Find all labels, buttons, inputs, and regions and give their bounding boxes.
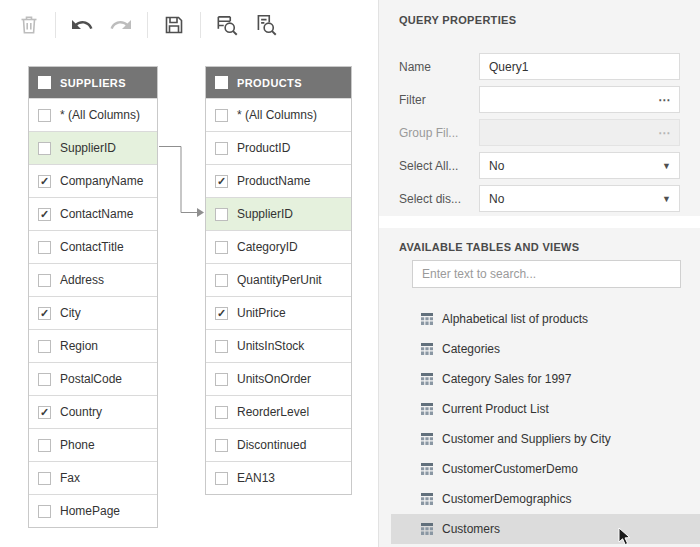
column-row-homepage[interactable]: HomePage xyxy=(29,494,157,527)
table-grid-icon xyxy=(421,463,433,475)
filter-field[interactable]: ⋯ xyxy=(479,86,680,113)
available-tables-title: AVAILABLE TABLES AND VIEWS xyxy=(399,241,680,254)
column-row-discontinued[interactable]: Discontinued xyxy=(206,428,351,461)
column-row-supplierid[interactable]: SupplierID xyxy=(206,197,351,230)
column-checkbox[interactable] xyxy=(38,175,51,188)
column-checkbox[interactable] xyxy=(215,406,228,419)
column-row-phone[interactable]: Phone xyxy=(29,428,157,461)
save-button[interactable] xyxy=(157,8,191,42)
redo-button[interactable] xyxy=(104,8,138,42)
undo-button[interactable] xyxy=(65,8,99,42)
chevron-down-icon[interactable]: ▼ xyxy=(662,194,679,204)
column-checkbox[interactable] xyxy=(215,241,228,254)
table-select-all-checkbox[interactable] xyxy=(38,76,51,89)
column-checkbox[interactable] xyxy=(38,241,51,254)
column-checkbox[interactable] xyxy=(38,373,51,386)
table-list-item-customercustomerdemo[interactable]: CustomerCustomerDemo xyxy=(391,454,700,484)
column-checkbox[interactable] xyxy=(38,109,51,122)
column-row-address[interactable]: Address xyxy=(29,263,157,296)
column-row-contacttitle[interactable]: ContactTitle xyxy=(29,230,157,263)
query-name-input[interactable] xyxy=(480,54,679,79)
column-checkbox[interactable] xyxy=(38,142,51,155)
column-row-productname[interactable]: ProductName xyxy=(206,164,351,197)
field-row-select-all: Select All... No ▼ xyxy=(399,149,680,182)
column-row-productid[interactable]: ProductID xyxy=(206,131,351,164)
column-checkbox[interactable] xyxy=(38,505,51,518)
dropdown-value: No xyxy=(480,159,504,173)
column-row-fax[interactable]: Fax xyxy=(29,461,157,494)
right-panel: QUERY PROPERTIES Name Filter ⋯ Group Fil… xyxy=(378,0,700,547)
table-list-item-alphabetical-list-of-products[interactable]: Alphabetical list of products xyxy=(391,304,700,334)
column-checkbox[interactable] xyxy=(215,274,228,287)
column-checkbox[interactable] xyxy=(215,472,228,485)
table-header-suppliers[interactable]: SUPPLIERS xyxy=(29,67,157,98)
tables-search-input[interactable] xyxy=(412,260,681,288)
toolbar-separator xyxy=(147,12,148,38)
column-checkbox[interactable] xyxy=(38,307,51,320)
query-design-surface: SUPPLIERS * (All Columns)SupplierIDCompa… xyxy=(0,0,378,547)
column-row-all-columns[interactable]: * (All Columns) xyxy=(29,98,157,131)
preview-data-button[interactable] xyxy=(249,8,283,42)
column-row-region[interactable]: Region xyxy=(29,329,157,362)
table-item-label: CustomerDemographics xyxy=(442,492,571,506)
column-row-supplierid[interactable]: SupplierID xyxy=(29,131,157,164)
column-row-postalcode[interactable]: PostalCode xyxy=(29,362,157,395)
column-checkbox[interactable] xyxy=(215,175,228,188)
column-label: SupplierID xyxy=(237,207,293,221)
field-label: Select All... xyxy=(399,159,479,173)
column-row-companyname[interactable]: CompanyName xyxy=(29,164,157,197)
ellipsis-button[interactable]: ⋯ xyxy=(650,95,679,105)
column-checkbox[interactable] xyxy=(38,439,51,452)
column-row-ean13[interactable]: EAN13 xyxy=(206,461,351,494)
column-row-unitsonorder[interactable]: UnitsOnOrder xyxy=(206,362,351,395)
column-checkbox[interactable] xyxy=(215,439,228,452)
column-checkbox[interactable] xyxy=(215,142,228,155)
table-list-item-customerdemographics[interactable]: CustomerDemographics xyxy=(391,484,700,514)
column-row-country[interactable]: Country xyxy=(29,395,157,428)
column-row-contactname[interactable]: ContactName xyxy=(29,197,157,230)
column-checkbox[interactable] xyxy=(215,373,228,386)
select-all-dropdown[interactable]: No ▼ xyxy=(479,152,680,179)
preview-results-button[interactable] xyxy=(210,8,244,42)
column-row-unitsinstock[interactable]: UnitsInStock xyxy=(206,329,351,362)
column-checkbox[interactable] xyxy=(38,472,51,485)
column-label: Region xyxy=(60,339,98,353)
chevron-down-icon[interactable]: ▼ xyxy=(662,161,679,171)
column-row-reorderlevel[interactable]: ReorderLevel xyxy=(206,395,351,428)
column-checkbox[interactable] xyxy=(215,109,228,122)
toolbar xyxy=(12,8,283,42)
table-grid-icon xyxy=(421,343,433,355)
column-label: ContactTitle xyxy=(60,240,124,254)
column-label: CompanyName xyxy=(60,174,143,188)
column-row-categoryid[interactable]: CategoryID xyxy=(206,230,351,263)
table-select-all-checkbox[interactable] xyxy=(215,76,228,89)
field-label: Filter xyxy=(399,93,479,107)
column-row-all-columns[interactable]: * (All Columns) xyxy=(206,98,351,131)
column-row-unitprice[interactable]: UnitPrice xyxy=(206,296,351,329)
column-checkbox[interactable] xyxy=(215,307,228,320)
column-checkbox[interactable] xyxy=(38,406,51,419)
table-item-label: Customer and Suppliers by City xyxy=(442,432,611,446)
column-checkbox[interactable] xyxy=(215,340,228,353)
delete-button[interactable] xyxy=(12,8,46,42)
column-checkbox[interactable] xyxy=(38,340,51,353)
column-row-city[interactable]: City xyxy=(29,296,157,329)
table-columns: * (All Columns)SupplierIDCompanyNameCont… xyxy=(29,98,157,527)
table-list-item-categories[interactable]: Categories xyxy=(391,334,700,364)
table-columns: * (All Columns)ProductIDProductNameSuppl… xyxy=(206,98,351,494)
column-row-quantityperunit[interactable]: QuantityPerUnit xyxy=(206,263,351,296)
column-checkbox[interactable] xyxy=(38,274,51,287)
select-distinct-dropdown[interactable]: No ▼ xyxy=(479,185,680,212)
column-label: PostalCode xyxy=(60,372,122,386)
column-label: UnitPrice xyxy=(237,306,286,320)
column-checkbox[interactable] xyxy=(38,208,51,221)
table-list-item-customers[interactable]: Customers xyxy=(391,514,700,544)
table-header-products[interactable]: PRODUCTS xyxy=(206,67,351,98)
column-checkbox[interactable] xyxy=(215,208,228,221)
column-label: Discontinued xyxy=(237,438,306,452)
column-label: Fax xyxy=(60,471,80,485)
table-list-item-current-product-list[interactable]: Current Product List xyxy=(391,394,700,424)
table-list-item-customer-and-suppliers-by-city[interactable]: Customer and Suppliers by City xyxy=(391,424,700,454)
table-item-label: Alphabetical list of products xyxy=(442,312,588,326)
table-list-item-category-sales-for-1997[interactable]: Category Sales for 1997 xyxy=(391,364,700,394)
